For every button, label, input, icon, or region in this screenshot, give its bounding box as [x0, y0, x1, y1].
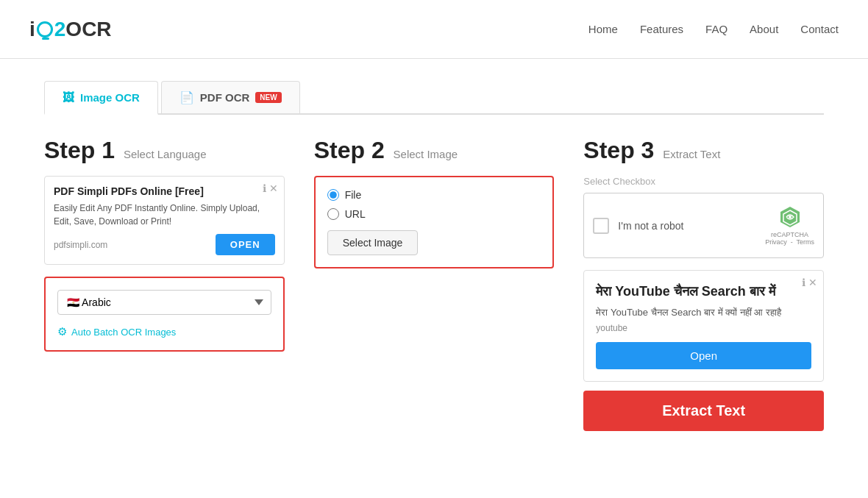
step3-ad-controls: ℹ ✕	[802, 277, 817, 288]
gear-icon: ⚙	[57, 325, 67, 338]
step3-number: Step 3	[583, 137, 654, 163]
step3-label: Extract Text	[663, 148, 720, 160]
steps-container: Step 1 Select Language ℹ ✕ PDF Simpli PD…	[44, 137, 824, 431]
nav-features[interactable]: Features	[640, 23, 683, 35]
ad-footer: pdfsimpli.com OPEN	[54, 234, 275, 255]
step3-ad-close-icon[interactable]: ✕	[808, 277, 817, 288]
image-icon: 🖼	[63, 91, 74, 104]
nav-about[interactable]: About	[750, 23, 778, 35]
captcha-section: Select Checkbox I'm not a robot reC	[583, 176, 824, 258]
new-badge: NEW	[255, 92, 281, 103]
step2-heading: Step 2 Select Image	[314, 137, 555, 164]
site-logo[interactable]: i 2 OCR	[29, 18, 112, 41]
step1-heading: Step 1 Select Language	[44, 137, 285, 164]
step3-ad-info-icon[interactable]: ℹ	[802, 277, 805, 288]
nav-contact[interactable]: Contact	[800, 23, 839, 35]
language-dropdown[interactable]: 🇪🇬 Arabic English French Spanish German …	[57, 290, 271, 315]
svg-point-0	[789, 216, 791, 218]
tab-bar: 🖼 Image OCR 📄 PDF OCR NEW	[44, 81, 824, 115]
url-radio[interactable]	[327, 208, 339, 220]
batch-ocr-link[interactable]: ⚙ Auto Batch OCR Images	[57, 325, 271, 338]
step3-section: Step 3 Extract Text Select Checkbox I'm …	[583, 137, 824, 431]
step1-section: Step 1 Select Language ℹ ✕ PDF Simpli PD…	[44, 137, 285, 352]
url-label: URL	[345, 208, 366, 220]
file-radio[interactable]	[327, 189, 339, 201]
step1-ad: ℹ ✕ PDF Simpli PDFs Online [Free] Easily…	[44, 176, 285, 265]
step3-ad-title: मेरा YouTube चैनल Search बार में	[596, 282, 811, 301]
recaptcha-label: reCAPTCHA	[765, 231, 814, 238]
captcha-box: I'm not a robot reCAPTCHA Privacy -	[583, 193, 824, 258]
file-option[interactable]: File	[327, 189, 541, 201]
upload-box: File URL Select Image	[314, 176, 555, 268]
ad-open-button[interactable]: OPEN	[216, 234, 275, 255]
nav-faq[interactable]: FAQ	[705, 23, 728, 35]
step3-ad-url: youtube	[596, 323, 811, 333]
ad-close-icon[interactable]: ✕	[269, 182, 278, 194]
captcha-checkbox[interactable]	[593, 218, 609, 234]
step3-ad-open-button[interactable]: Open	[596, 342, 811, 369]
pdf-icon: 📄	[179, 90, 194, 104]
captcha-check: I'm not a robot	[593, 218, 683, 234]
recaptcha-icon	[778, 205, 802, 229]
nav-home[interactable]: Home	[588, 23, 618, 35]
tab-image-ocr[interactable]: 🖼 Image OCR	[44, 81, 158, 115]
ad-url: pdfsimpli.com	[54, 240, 107, 250]
step2-label: Select Image	[394, 148, 458, 160]
logo-text-ocr: OCR	[65, 18, 111, 41]
privacy-link[interactable]: Privacy	[765, 238, 787, 246]
step1-label: Select Language	[124, 148, 207, 160]
url-option[interactable]: URL	[327, 208, 541, 220]
step3-ad: ℹ ✕ मेरा YouTube चैनल Search बार में मेर…	[583, 270, 824, 382]
ad-description: Easily Edit Any PDF Instantly Online. Si…	[54, 202, 275, 228]
step3-ad-desc: मेरा YouTube चैनल Search बार में क्यों न…	[596, 307, 811, 319]
ad-info-icon[interactable]: ℹ	[263, 182, 266, 194]
terms-link[interactable]: Terms	[796, 238, 814, 246]
tab-pdf-ocr[interactable]: 📄 PDF OCR NEW	[161, 81, 300, 113]
checkbox-label: Select Checkbox	[583, 176, 824, 187]
step2-number: Step 2	[314, 137, 385, 163]
main-nav: Home Features FAQ About Contact	[588, 23, 839, 35]
recaptcha-links: Privacy - Terms	[765, 238, 814, 246]
select-image-button[interactable]: Select Image	[327, 230, 419, 255]
logo-text-i: i	[29, 18, 35, 41]
recaptcha-logo: reCAPTCHA Privacy - Terms	[765, 205, 814, 246]
batch-ocr-label: Auto Batch OCR Images	[71, 327, 176, 338]
step1-number: Step 1	[44, 137, 115, 163]
step3-heading: Step 3 Extract Text	[583, 137, 824, 164]
extract-text-button[interactable]: Extract Text	[583, 391, 824, 431]
logo-text-2: 2	[54, 18, 66, 41]
step2-section: Step 2 Select Image File URL Select Imag…	[314, 137, 555, 268]
logo-icon	[37, 21, 53, 38]
language-box: 🇪🇬 Arabic English French Spanish German …	[44, 277, 285, 352]
ad-controls: ℹ ✕	[263, 182, 278, 194]
file-label: File	[345, 189, 362, 201]
ad-title: PDF Simpli PDFs Online [Free]	[54, 185, 275, 197]
captcha-text: I'm not a robot	[618, 220, 683, 232]
